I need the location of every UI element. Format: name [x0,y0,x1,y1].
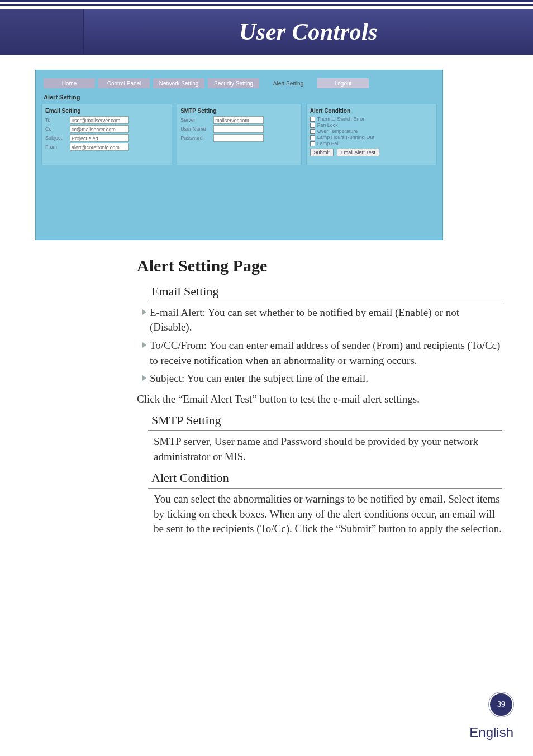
header-band: User Controls [0,9,533,55]
page-number-badge: 39 [489,692,513,717]
server-label: Server [180,117,211,123]
document-body: Alert Setting Page Email Setting E-mail … [137,254,502,542]
embedded-ui-screenshot: Home Control Panel Network Setting Secur… [35,70,443,240]
cc-input[interactable]: cc@mailserver.com [70,125,129,133]
bullet-arrow-icon [142,342,146,348]
checkbox-thermal-label: Thermal Switch Error [317,116,365,122]
submit-button[interactable]: Submit [310,149,334,156]
alert-condition-heading: Alert Condition [310,108,433,114]
bullet-text: E-mail Alert: You can set whether to be … [150,305,502,335]
tab-network-setting[interactable]: Network Setting [153,78,204,88]
section-title: Alert Setting [44,94,437,101]
settings-panels: Email Setting Touser@mailserver.com Cccc… [41,104,437,165]
bullet-text: Subject: You can enter the subject line … [150,371,368,386]
checkbox-lampfail[interactable] [310,141,315,146]
tab-alert-setting[interactable]: Alert Setting [263,78,314,88]
username-input[interactable] [213,125,264,133]
subject-input[interactable]: Project alert [70,134,129,142]
language-label: English [469,725,513,740]
smtp-setting-panel: SMTP Setting Servermailserver.com User N… [177,104,302,165]
from-input[interactable]: alert@coretronic.com [70,143,129,151]
alert-condition-panel: Alert Condition Thermal Switch Error Fan… [306,104,437,165]
subject-label: Subject [45,135,68,141]
checkbox-fanlock[interactable] [310,123,315,128]
to-input[interactable]: user@mailserver.com [70,116,129,124]
checkbox-lamphours[interactable] [310,135,315,140]
doc-heading: Alert Setting Page [137,254,502,277]
cc-label: Cc [45,126,68,132]
paragraph: Click the “Email Alert Test” button to t… [137,392,502,407]
paragraph: You can select the abnormalities or warn… [154,492,502,537]
to-label: To [45,117,68,123]
bullet-arrow-icon [142,309,146,315]
checkbox-thermal[interactable] [310,117,315,122]
tab-logout[interactable]: Logout [317,78,369,88]
tab-control-panel[interactable]: Control Panel [98,78,150,88]
bullet-arrow-icon [142,375,146,381]
checkbox-overtemp-label: Over Temperature [317,128,358,134]
doc-subheading-email: Email Setting [148,283,502,302]
doc-subheading-alert: Alert Condition [148,470,502,489]
checkbox-fanlock-label: Fan Lock [317,122,338,128]
bullet-text: To/CC/From: You can enter email address … [150,338,502,368]
server-input[interactable]: mailserver.com [213,116,264,124]
bullet-list-email: E-mail Alert: You can set whether to be … [142,305,502,386]
tab-bar: Home Control Panel Network Setting Secur… [44,78,437,88]
top-horizontal-rules [0,0,533,6]
header-left-block [0,9,84,55]
password-label: Password [180,135,211,141]
email-alert-test-button[interactable]: Email Alert Test [337,149,379,156]
email-setting-panel: Email Setting Touser@mailserver.com Cccc… [41,104,172,165]
password-input[interactable] [213,134,264,142]
checkbox-overtemp[interactable] [310,129,315,134]
header-right-block: User Controls [84,9,533,55]
doc-subheading-smtp: SMTP Setting [148,412,502,431]
checkbox-lampfail-label: Lamp Fail [317,141,340,146]
paragraph: SMTP server, User name and Password shou… [154,434,502,464]
page-header-title: User Controls [239,18,378,45]
from-label: From [45,144,68,150]
email-setting-heading: Email Setting [45,108,168,114]
username-label: User Name [180,126,211,132]
tab-security-setting[interactable]: Security Setting [208,78,259,88]
smtp-setting-heading: SMTP Setting [180,108,298,114]
tab-home[interactable]: Home [44,78,95,88]
checkbox-lamphours-label: Lamp Hours Running Out [317,135,374,140]
